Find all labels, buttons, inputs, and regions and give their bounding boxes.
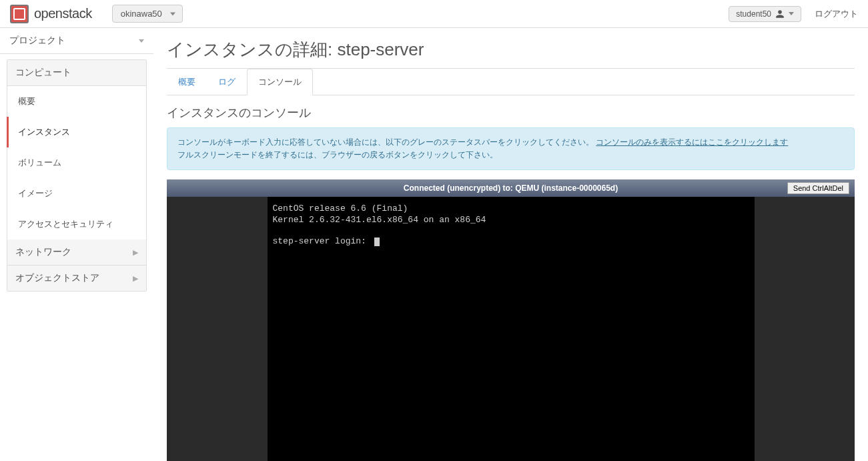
alert-line1-text: コンソールがキーボード入力に応答していない場合には、以下のグレーのステータスバー… [177,137,594,147]
main-content: インスタンスの詳細: step-server 概要 ログ コンソール インスタン… [153,28,868,461]
vnc-screen[interactable]: CentOS release 6.6 (Final) Kernel 2.6.32… [268,197,755,461]
alert-line2-text: フルスクリーンモードを終了するには、ブラウザーの戻るボタンをクリックして下さい。 [177,150,498,159]
page-title: インスタンスの詳細: step-server [167,38,855,69]
brand-text: openstack [34,6,92,21]
sidebar-group-head-object-store[interactable]: オブジェクトストア ▶ [7,266,146,291]
tab-overview[interactable]: 概要 [167,69,207,95]
openstack-logo-icon [10,5,29,23]
user-menu[interactable]: student50 [729,6,801,22]
tab-console[interactable]: コンソール [247,69,313,95]
console-help-alert: コンソールがキーボード入力に応答していない場合には、以下のグレーのステータスバー… [167,127,855,170]
cursor-icon [374,238,380,246]
sidebar-title-label: プロジェクト [9,35,65,47]
sidebar-item-volumes[interactable]: ボリューム [7,147,146,178]
sidebar-title[interactable]: プロジェクト [0,28,153,54]
terminal-login-prompt: step-server login: [273,236,372,246]
caret-down-icon [139,39,144,43]
sidebar-group-label: ネットワーク [15,246,71,258]
sidebar-item-overview[interactable]: 概要 [7,86,146,117]
sidebar-item-images[interactable]: イメージ [7,178,146,209]
brand[interactable]: openstack [10,5,92,23]
sidebar-item-instances[interactable]: インスタンス [7,117,146,147]
send-ctrlaltdel-button[interactable]: Send CtrlAltDel [787,182,849,194]
tab-log[interactable]: ログ [207,69,247,95]
caret-down-icon [170,12,175,15]
console-heading: インスタンスのコンソール [167,105,855,121]
sidebar-group-label: オブジェクトストア [15,272,99,284]
sidebar-group-head-network[interactable]: ネットワーク ▶ [7,240,146,266]
project-selector-value: okinawa50 [121,9,162,19]
user-name: student50 [736,9,771,19]
user-icon [775,9,785,19]
terminal-line: Kernel 2.6.32-431.el6.x86_64 on an x86_6… [273,215,486,225]
tabs: 概要 ログ コンソール [167,68,855,95]
vnc-status-bar[interactable]: Connected (unencrypted) to: QEMU (instan… [167,179,855,197]
sidebar-group-compute: コンピュート 概要 インスタンス ボリューム イメージ アクセスとセキュリティ … [7,59,147,292]
chevron-right-icon: ▶ [133,274,138,283]
sidebar-item-access-security[interactable]: アクセスとセキュリティ [7,209,146,240]
sidebar-group-head-compute[interactable]: コンピュート [7,60,146,86]
sidebar-group-label: コンピュート [15,67,71,79]
logout-link[interactable]: ログアウト [815,8,858,20]
alert-show-only-console-link[interactable]: コンソールのみを表示するにはここをクリックします [596,137,788,147]
vnc-console: Connected (unencrypted) to: QEMU (instan… [167,179,855,461]
sidebar: プロジェクト コンピュート 概要 インスタンス ボリューム イメージ アクセスと… [0,28,153,461]
chevron-right-icon: ▶ [133,248,138,257]
project-selector[interactable]: okinawa50 [112,5,183,23]
vnc-body: CentOS release 6.6 (Final) Kernel 2.6.32… [167,197,855,461]
caret-down-icon [789,12,794,15]
vnc-status-text: Connected (unencrypted) to: QEMU (instan… [404,183,618,193]
terminal-line: CentOS release 6.6 (Final) [273,203,408,213]
topbar: openstack okinawa50 student50 ログアウト [0,0,868,28]
